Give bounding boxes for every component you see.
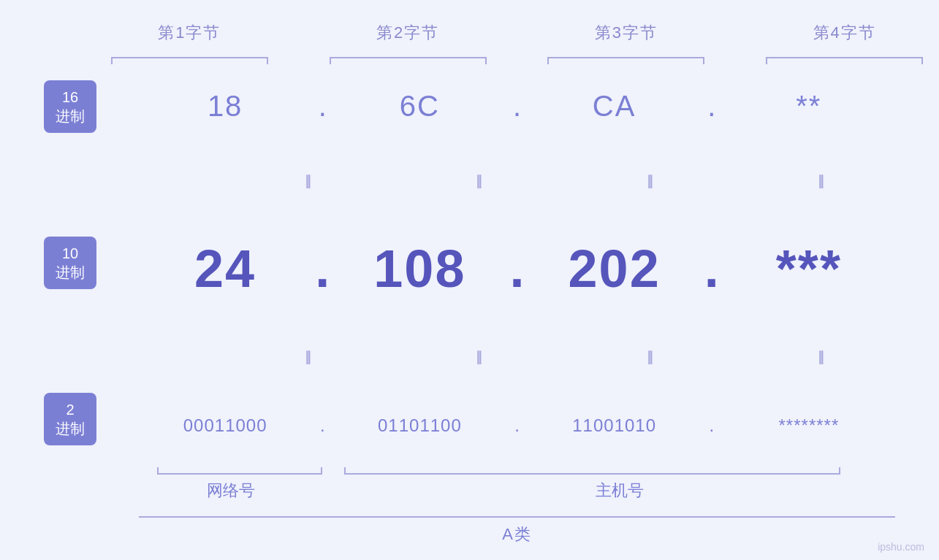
eq-2-2: ‖ [405, 348, 554, 367]
network-label: 网络号 [139, 480, 322, 502]
bin-dot-3: . [701, 415, 723, 436]
data-grid: 18 . 6C . CA . ** ‖ ‖ [139, 66, 895, 460]
column-headers: 第1字节 第2字节 第3字节 第4字节 [91, 22, 939, 44]
bracket-col4 [746, 51, 939, 66]
hex-row: 18 . 6C . CA . ** [139, 90, 895, 123]
watermark: ipshu.com [878, 541, 924, 553]
bottom-bracket-area: 网络号 主机号 [44, 464, 895, 502]
bin-val-4: ******** [779, 415, 840, 436]
hex-cell-4: ** [723, 90, 895, 123]
bin-val-2: 01101100 [378, 415, 462, 436]
category-label: A类 [502, 523, 532, 545]
dec-label: 10 进制 [44, 237, 96, 289]
category-bracket-line [139, 516, 895, 518]
dec-val-3: 202 [569, 239, 661, 299]
bin-dot-2: . [506, 415, 528, 436]
eq-indicators-2: ‖ ‖ ‖ ‖ [139, 348, 895, 367]
bin-cell-3: 11001010 [528, 415, 701, 436]
hex-label: 16 进制 [44, 80, 96, 133]
bottom-brackets [139, 464, 895, 478]
eq-2-3: ‖ [576, 348, 725, 367]
hex-dot-3: . [701, 90, 723, 123]
col-header-1: 第1字节 [91, 22, 288, 44]
hex-cell-2: 6C [333, 90, 506, 123]
dec-dot-2: . [506, 239, 528, 299]
bin-cell-4: ******** [723, 415, 895, 436]
dec-row: 24 . 108 . 202 . *** [139, 239, 895, 299]
hex-dot-2: . [506, 90, 528, 123]
top-brackets [91, 51, 939, 66]
dec-val-2: 108 [373, 239, 465, 299]
dec-val-4: *** [776, 239, 842, 299]
eq-1-3: ‖ [576, 172, 725, 191]
dec-cell-4: *** [723, 239, 895, 299]
bin-cell-1: 00011000 [139, 415, 311, 436]
hex-val-3: CA [593, 90, 636, 123]
hex-val-4: ** [796, 90, 821, 123]
bin-dot-1: . [311, 415, 333, 436]
bracket-col3 [528, 51, 725, 66]
bin-label: 2 进制 [44, 393, 96, 445]
bottom-bracket-host [344, 464, 895, 478]
hex-val-1: 18 [208, 90, 243, 123]
category-label-row: A类 [502, 523, 532, 545]
dec-dot-3: . [701, 239, 723, 299]
bottom-labels: 网络号 主机号 [139, 480, 895, 502]
eq-2-1: ‖ [234, 348, 383, 367]
labels-column: 16 进制 10 进制 2 进制 [44, 66, 139, 460]
bracket-col1 [91, 51, 288, 66]
host-label: 主机号 [344, 480, 895, 502]
col-header-2: 第2字节 [310, 22, 506, 44]
bin-val-1: 00011000 [183, 415, 267, 436]
eq-1-1: ‖ [234, 172, 383, 191]
bottom-bracket-net [139, 464, 322, 478]
bin-cell-2: 01101100 [333, 415, 506, 436]
hex-cell-3: CA [528, 90, 701, 123]
bin-val-3: 11001010 [572, 415, 656, 436]
main-container: 第1字节 第2字节 第3字节 第4字节 16 进制 10 进制 2 进制 [0, 0, 939, 560]
dec-cell-3: 202 [528, 239, 701, 299]
bin-row: 00011000 . 01101100 . 11001010 . *******… [139, 415, 895, 436]
eq-1-4: ‖ [746, 172, 895, 191]
hex-val-2: 6C [400, 90, 440, 123]
hex-cell-1: 18 [139, 90, 311, 123]
dec-val-1: 24 [194, 239, 256, 299]
dec-cell-1: 24 [139, 239, 311, 299]
hex-dot-1: . [311, 90, 333, 123]
col-header-3: 第3字节 [528, 22, 725, 44]
bracket-col2 [310, 51, 506, 66]
eq-indicators-1: ‖ ‖ ‖ ‖ [139, 172, 895, 191]
eq-1-2: ‖ [405, 172, 554, 191]
dec-cell-2: 108 [333, 239, 506, 299]
content-area: 16 进制 10 进制 2 进制 18 . 6C . CA . [44, 66, 895, 460]
col-header-4: 第4字节 [746, 22, 939, 44]
eq-2-4: ‖ [746, 348, 895, 367]
dec-dot-1: . [311, 239, 333, 299]
